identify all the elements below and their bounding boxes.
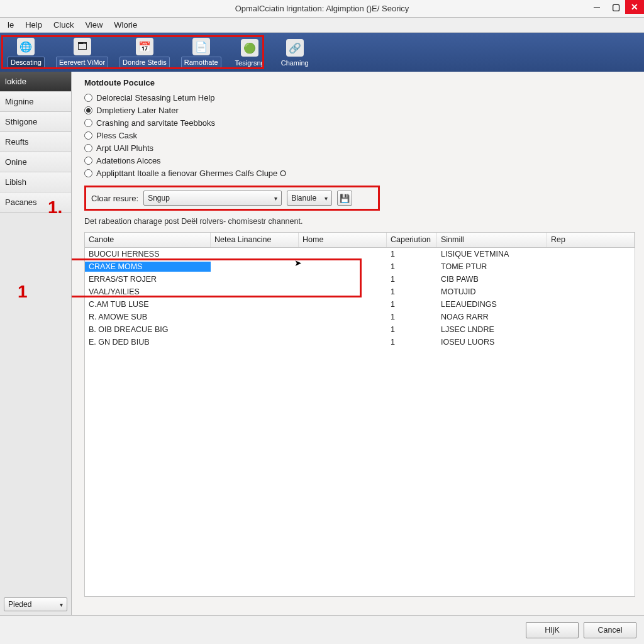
cell-rep [547,279,635,280]
radio-icon [84,131,92,140]
cell-home [299,316,387,318]
radio-icon [84,144,92,152]
minimize-button[interactable]: ─ [587,0,606,14]
cell-cap: 1 [387,287,437,297]
menu-cluck[interactable]: Cluck [48,19,79,31]
cell-netea [211,279,299,280]
col-cap[interactable]: Caperiution [387,233,437,247]
filter-save-button[interactable]: 💾 [337,191,352,206]
radio-label: Arpt UAll Pluhts [96,143,153,153]
sidebar-item-libish[interactable]: Libish [0,172,71,192]
table-row[interactable]: CRAXE MOMS1TOME PTUR [85,260,635,273]
table-row[interactable]: VAAL/YAILIES1MOTUJID [85,286,635,298]
col-sin[interactable]: Sinmill [437,233,547,247]
cell-netea [211,329,299,330]
cell-netea [211,316,299,318]
cell-netea [211,291,299,292]
sidebar-bottom-select-label: Pieded [8,600,31,609]
title-bar: OpmalCciatin lrigntation: Algimption ()E… [0,0,644,18]
cell-rep [547,304,635,305]
toolbar-dondre[interactable]: 📅Dondre Stedis [116,34,174,70]
cell-canote: VAAL/YAILIES [85,287,211,297]
menu-help[interactable]: Help [20,19,47,31]
eerevert-icon: 🗔 [74,38,91,55]
table-row[interactable]: B. OIB DREACUE BIG1LJSEC LNDRE [85,323,635,336]
cell-cap: 1 [387,274,437,284]
radio-option-3[interactable]: Pless Cask [84,129,635,142]
sidebar-item-reufts[interactable]: Reufts [0,132,71,152]
table-row[interactable]: ERRAS/ST ROJER1CIB PAWB [85,273,635,286]
radio-label: Pless Cask [96,131,137,140]
radio-option-0[interactable]: Delorecial Stesasing Letum Help [84,91,635,104]
radio-option-5[interactable]: Adatetions Alcces [84,154,635,167]
radio-label: Delorecial Stesasing Letum Help [96,93,215,103]
ok-button[interactable]: HIjK [526,622,579,638]
eerevert-label: Eerevert ViMor [56,57,108,68]
menu-view[interactable]: View [80,19,108,31]
filter-select-value: Sngup [148,194,170,203]
main-panel: Motdoute Pocuice Delorecial Stesasing Le… [72,72,644,615]
col-canote[interactable]: Canote [85,233,211,247]
maximize-button[interactable]: ▢ [606,0,625,14]
table-row[interactable]: C.AM TUB LUSE1LEEAUEDINGS [85,298,635,311]
cell-rep [547,291,635,292]
tesigrsng-label: Tesigrsng [233,58,267,68]
toolbar-eerevert[interactable]: 🗔Eerevert ViMor [52,34,112,70]
radio-option-1[interactable]: Dmpletiery Later Nater [84,104,635,116]
sidebar-item-mignine[interactable]: Mignine [0,92,71,112]
cell-home [299,279,387,280]
cell-canote: B. OIB DREACUE BIG [85,325,211,335]
radio-option-4[interactable]: Arpt UAll Pluhts [84,142,635,154]
body-region: lokideMignineSthigoneReuftsOnineLibishPa… [0,72,644,615]
window-controls: ─ ▢ ✕ [587,0,644,14]
toolbar-ramothate[interactable]: 📄Ramothate [177,34,225,70]
toolbar-tesigrsng[interactable]: 🟢Tesigrsng [229,34,271,70]
ramothate-label: Ramothate [181,57,221,68]
app-window: OpmalCciatin lrigntation: Algimption ()E… [0,0,644,644]
save-icon: 💾 [340,194,350,203]
cell-home [299,291,387,292]
cell-canote: R. AMOWE SUB [85,312,211,322]
sidebar-item-sthigone[interactable]: Sthigone [0,112,71,132]
cell-cap: 1 [387,262,437,272]
descating-label: Descating [8,57,45,68]
filter-label: Cloar resure: [91,194,138,203]
radio-option-2[interactable]: Crashing and sarvitate Teebboks [84,116,635,129]
toolbar-chaming[interactable]: 🔗Chaming [275,34,315,70]
filter-select[interactable]: Sngup [143,191,282,206]
col-rep[interactable]: Rep [547,233,635,247]
description-text: Det rabeation charage post Deël rolvers-… [84,217,635,226]
cell-canote: BUOCUI HERNESS [85,249,211,259]
table-row[interactable]: R. AMOWE SUB1NOAG RARR [85,311,635,323]
menu-wlorie[interactable]: Wlorie [109,19,142,31]
cell-sin: TOME PTUR [437,262,547,272]
filter-action-button[interactable]: Blanule [287,191,332,206]
tesigrsng-icon: 🟢 [241,39,258,57]
cell-sin: NOAG RARR [437,312,547,322]
mouse-cursor-icon: ➤ [294,258,302,268]
close-button[interactable]: ✕ [625,0,644,14]
cell-netea [211,341,299,343]
toolbar-descating[interactable]: 🌐Descating [4,34,48,70]
sidebar-item-lokide[interactable]: lokide [0,72,71,92]
sidebar-item-onine[interactable]: Onine [0,152,71,172]
radio-option-6[interactable]: Applipttant Itoalle a fienovar Ghermes C… [84,167,635,179]
cancel-button[interactable]: Cancel [584,622,636,638]
cell-home [299,253,387,255]
radio-group: Delorecial Stesasing Letum HelpDmpletier… [84,91,635,179]
table-row[interactable]: E. GN DED BIUB1IOSEU LUORS [85,336,635,348]
cell-rep [547,341,635,343]
dondre-icon: 📅 [136,38,153,55]
cell-cap: 1 [387,312,437,322]
col-home[interactable]: Home [299,233,387,247]
sidebar: lokideMignineSthigoneReuftsOnineLibishPa… [0,72,72,615]
radio-label: Applipttant Itoalle a fienovar Ghermes C… [96,169,286,178]
col-netea[interactable]: Netea Linancine [211,233,299,247]
sidebar-bottom-select[interactable]: Pieded [4,597,67,611]
cell-rep [547,253,635,255]
cell-canote: CRAXE MOMS [85,262,211,272]
radio-icon [84,119,92,127]
table-row[interactable]: BUOCUI HERNESS1LISIQUE VETMINA [85,248,635,260]
cell-cap: 1 [387,249,437,259]
menu-le[interactable]: le [3,19,19,31]
